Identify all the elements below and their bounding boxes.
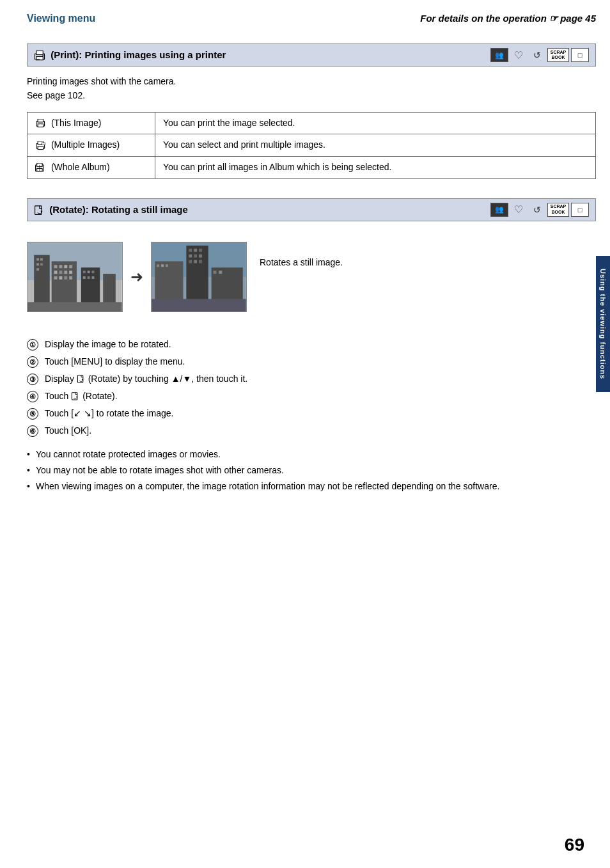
print-icon: ▬▬ (34, 51, 45, 61)
print-option-label-2: (Multiple Images) (27, 134, 155, 157)
rotate-section-header: (Rotate): Rotating a still image 👥 ♡ ↺ S… (27, 198, 596, 221)
step-num-1: ① (27, 339, 38, 351)
table-row: (Multiple Images) You can select and pri… (27, 134, 596, 157)
svg-rect-64 (166, 264, 168, 267)
svg-rect-68 (152, 299, 246, 312)
step-num-4: ④ (27, 391, 38, 402)
svg-rect-30 (69, 265, 72, 268)
print-section-header: ▬▬ (Print): Printing images using a prin… (27, 43, 596, 67)
print-option-desc-2: You can select and print multiple images… (155, 134, 596, 157)
arrow-icon: ➜ (130, 268, 143, 286)
svg-rect-21 (36, 258, 39, 260)
mode-icon-group: 👥 ♡ ↺ SCRAPBOOK □ (490, 48, 589, 62)
note-1: You cannot rotate protected images or mo… (27, 448, 596, 461)
svg-rect-24 (40, 263, 43, 265)
svg-rect-29 (64, 265, 67, 268)
step-num-5: ⑤ (27, 408, 38, 420)
scrapbook-icon: SCRAPBOOK (547, 48, 569, 62)
svg-rect-25 (36, 268, 39, 271)
svg-rect-52 (189, 248, 192, 251)
rotate-image-demo: ➜ (27, 242, 247, 312)
print-this-icon (35, 119, 47, 128)
rotate-doc-icon (34, 205, 44, 216)
rotate-inline-icon (77, 375, 86, 384)
svg-rect-10 (38, 146, 43, 149)
svg-rect-38 (69, 276, 72, 280)
step-6: ⑥ Touch [OK]. (27, 424, 596, 438)
rotate-description: Rotates a still image. (260, 232, 343, 267)
svg-rect-35 (54, 276, 58, 280)
step-num-6: ⑥ (27, 425, 38, 437)
svg-rect-40 (83, 271, 86, 273)
svg-rect-56 (194, 254, 197, 257)
svg-rect-54 (199, 248, 202, 251)
step-5: ⑤ Touch [↙ ↘] to rotate the image. (27, 407, 596, 420)
print-section-title: ▬▬ (Print): Printing images using a prin… (34, 49, 226, 61)
scrapbook-icon-2: SCRAPBOOK (547, 203, 569, 217)
svg-rect-1 (36, 51, 43, 55)
svg-rect-45 (92, 276, 95, 279)
print-multiple-icon (35, 141, 47, 150)
rotate-steps-list: ① Display the image to be rotated. ② Tou… (27, 338, 596, 438)
rotate-notes: You cannot rotate protected images or mo… (27, 448, 596, 493)
svg-rect-42 (92, 271, 95, 273)
rotate-mode-icon-group: 👥 ♡ ↺ SCRAPBOOK □ (490, 203, 589, 217)
svg-rect-32 (59, 271, 62, 274)
rotate-section: (Rotate): Rotating a still image 👥 ♡ ↺ S… (27, 198, 596, 493)
step-num-2: ② (27, 356, 38, 368)
print-album-icon (35, 163, 47, 172)
svg-rect-44 (88, 276, 90, 279)
svg-rect-22 (40, 258, 43, 260)
table-row: (Whole Album) You can print all images i… (27, 156, 596, 178)
square-icon: □ (571, 48, 589, 62)
print-option-desc-3: You can print all images in Album which … (155, 156, 596, 178)
svg-marker-17 (40, 210, 42, 212)
svg-rect-60 (199, 260, 202, 263)
step-3: ③ Display (Rotate) by touching ▲/▼, then… (27, 372, 596, 386)
svg-rect-66 (214, 271, 217, 274)
heart-icon: ♡ (510, 48, 527, 62)
svg-rect-37 (64, 276, 67, 280)
print-option-label-1: (This Image) (27, 112, 155, 134)
operation-reference: For details on the operation ☞ page 45 (420, 13, 596, 24)
svg-rect-34 (69, 271, 72, 274)
rotate-section-title: (Rotate): Rotating a still image (34, 204, 188, 216)
step-num-3: ③ (27, 374, 38, 385)
page-header: Viewing menu For details on the operatio… (27, 13, 596, 24)
svg-rect-63 (161, 264, 164, 267)
svg-rect-47 (27, 302, 121, 312)
svg-rect-67 (219, 271, 222, 274)
print-intro: Printing images shot with the camera. Se… (27, 74, 596, 103)
square-icon-2: □ (571, 203, 589, 217)
side-tab: Using the viewing functions (596, 256, 610, 392)
svg-rect-41 (88, 271, 90, 273)
svg-rect-55 (189, 254, 192, 257)
print-option-desc-1: You can print the image selected. (155, 112, 596, 134)
svg-rect-7 (38, 124, 43, 127)
people-icon: 👥 (490, 48, 508, 62)
svg-rect-53 (194, 248, 197, 251)
svg-rect-58 (189, 260, 192, 263)
note-3: When viewing images on a computer, the i… (27, 480, 596, 493)
svg-text:▬▬: ▬▬ (37, 58, 40, 59)
svg-rect-11 (42, 143, 45, 145)
note-2: You may not be able to rotate images sho… (27, 464, 596, 477)
svg-rect-57 (199, 254, 202, 257)
rotate-icon: ↺ (529, 48, 545, 62)
before-image (27, 242, 123, 312)
step-1: ① Display the image to be rotated. (27, 338, 596, 351)
print-section: ▬▬ (Print): Printing images using a prin… (27, 43, 596, 179)
svg-rect-27 (54, 265, 58, 268)
svg-rect-59 (194, 260, 197, 263)
svg-rect-28 (59, 265, 62, 268)
print-options-table: (This Image) You can print the image sel… (27, 112, 596, 179)
after-image (151, 242, 247, 312)
rotate-icon-2: ↺ (529, 203, 545, 217)
svg-rect-43 (83, 276, 86, 279)
step-2: ② Touch [MENU] to display the menu. (27, 355, 596, 368)
people-icon-2: 👥 (490, 203, 508, 217)
svg-point-3 (42, 55, 43, 56)
svg-rect-62 (157, 264, 159, 267)
page-number: 69 (565, 835, 584, 855)
table-row: (This Image) You can print the image sel… (27, 112, 596, 134)
